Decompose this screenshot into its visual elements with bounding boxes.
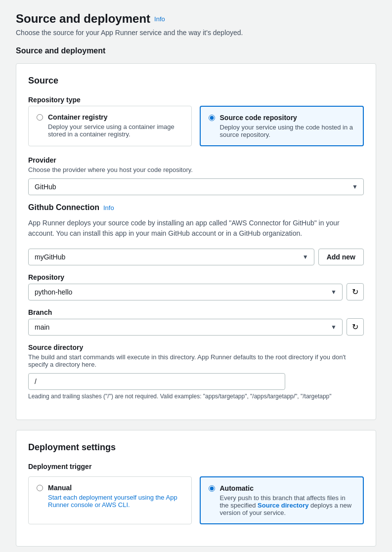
github-connection-desc: App Runner deploys your source code by i… xyxy=(28,218,364,239)
branch-select-wrapper: main ▼ xyxy=(28,319,343,336)
automatic-title: Automatic xyxy=(220,484,355,492)
manual-title: Manual xyxy=(48,484,183,492)
repository-select-wrapper: python-hello ▼ xyxy=(28,284,343,300)
source-code-radio[interactable] xyxy=(209,115,215,121)
provider-description: Choose the provider where you host your … xyxy=(28,166,364,173)
automatic-content: Automatic Every push to this branch that… xyxy=(220,484,355,516)
provider-label: Provider xyxy=(28,156,364,164)
add-new-button[interactable]: Add new xyxy=(318,249,364,265)
repository-type-field: Repository type Container registry Deplo… xyxy=(28,96,364,146)
repository-label: Repository xyxy=(28,273,364,281)
source-directory-desc: The build and start commands will execut… xyxy=(28,353,364,368)
container-registry-radio[interactable] xyxy=(37,114,43,121)
source-directory-label: Source directory xyxy=(28,343,364,351)
connection-select-wrapper: myGitHub ▼ xyxy=(28,249,314,265)
source-card-title: Source xyxy=(28,76,364,86)
page-title: Source and deployment xyxy=(16,12,150,26)
page-info-link[interactable]: Info xyxy=(154,15,165,23)
manual-option[interactable]: Manual Start each deployment yourself us… xyxy=(28,476,192,524)
deployment-trigger-radio-group: Manual Start each deployment yourself us… xyxy=(28,476,364,524)
source-code-title: Source code repository xyxy=(220,114,355,122)
container-registry-title: Container registry xyxy=(48,113,183,121)
automatic-option[interactable]: Automatic Every push to this branch that… xyxy=(200,476,364,524)
source-directory-field: Source directory The build and start com… xyxy=(28,343,364,400)
source-directory-input-wrapper xyxy=(28,373,285,390)
automatic-radio[interactable] xyxy=(209,485,215,492)
source-code-content: Source code repository Deploy your servi… xyxy=(220,114,355,138)
repository-type-label: Repository type xyxy=(28,96,364,104)
branch-select[interactable]: main xyxy=(28,319,343,336)
section-header: Source and deployment xyxy=(16,46,376,55)
repository-refresh-button[interactable]: ↻ xyxy=(347,283,364,300)
branch-label: Branch xyxy=(28,308,364,316)
connection-row: myGitHub ▼ Add new xyxy=(28,249,364,265)
deployment-card: Deployment settings Deployment trigger M… xyxy=(16,430,376,547)
repository-field: Repository python-hello ▼ ↻ xyxy=(28,273,364,300)
github-connection-title-text: Github Connection xyxy=(28,203,99,212)
source-directory-hint: Leading and trailing slashes ("/") are n… xyxy=(28,393,364,400)
source-card: Source Repository type Container registr… xyxy=(16,63,376,420)
container-registry-content: Container registry Deploy your service u… xyxy=(48,113,183,138)
page-subtitle: Choose the source for your App Runner se… xyxy=(16,29,376,37)
connection-select[interactable]: myGitHub xyxy=(28,249,314,265)
source-directory-input[interactable] xyxy=(28,373,285,390)
github-connection-info-link[interactable]: Info xyxy=(103,204,114,212)
deployment-card-title: Deployment settings xyxy=(28,442,364,453)
deployment-trigger-label: Deployment trigger xyxy=(28,463,364,470)
branch-refresh-button[interactable]: ↻ xyxy=(347,318,364,336)
container-registry-option[interactable]: Container registry Deploy your service u… xyxy=(28,106,192,146)
branch-refresh-icon: ↻ xyxy=(352,322,358,332)
connection-field: myGitHub ▼ Add new xyxy=(28,249,364,265)
manual-desc: Start each deployment yourself using the… xyxy=(48,494,183,509)
repository-refresh-icon: ↻ xyxy=(352,287,358,297)
container-registry-desc: Deploy your service using a container im… xyxy=(48,123,183,138)
source-code-option[interactable]: Source code repository Deploy your servi… xyxy=(200,106,364,146)
branch-row: main ▼ ↻ xyxy=(28,318,364,336)
branch-field: Branch main ▼ ↻ xyxy=(28,308,364,336)
page-title-row: Source and deployment Info xyxy=(16,12,376,26)
provider-select-wrapper: GitHub Bitbucket ▼ xyxy=(28,178,364,195)
repository-row: python-hello ▼ ↻ xyxy=(28,283,364,300)
automatic-desc: Every push to this branch that affects f… xyxy=(220,494,355,516)
manual-radio[interactable] xyxy=(37,485,43,491)
github-connection-heading: Github Connection Info xyxy=(28,203,364,212)
source-code-desc: Deploy your service using the code hoste… xyxy=(220,124,355,138)
repository-select[interactable]: python-hello xyxy=(28,284,343,300)
manual-content: Manual Start each deployment yourself us… xyxy=(48,484,183,509)
repository-type-radio-group: Container registry Deploy your service u… xyxy=(28,106,364,146)
provider-select[interactable]: GitHub Bitbucket xyxy=(28,178,364,195)
provider-field: Provider Choose the provider where you h… xyxy=(28,156,364,195)
